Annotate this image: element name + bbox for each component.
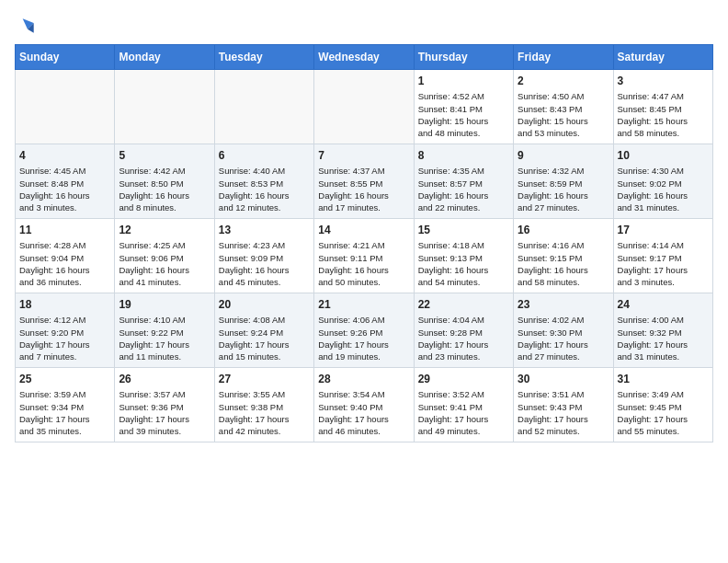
day-info: and 50 minutes. xyxy=(318,276,409,288)
day-info: Daylight: 17 hours xyxy=(618,264,709,276)
day-number: 9 xyxy=(518,148,609,164)
day-info: and 49 minutes. xyxy=(418,425,509,437)
day-info: Sunrise: 4:14 AM xyxy=(618,239,709,251)
day-number: 2 xyxy=(518,74,609,89)
day-info: Daylight: 16 hours xyxy=(618,190,709,201)
day-info: Daylight: 17 hours xyxy=(119,339,210,350)
day-info: and 42 minutes. xyxy=(219,425,310,437)
day-info: Sunset: 9:11 PM xyxy=(318,252,409,264)
day-number: 23 xyxy=(518,297,609,313)
day-info: and 12 minutes. xyxy=(219,201,310,213)
day-number: 21 xyxy=(318,297,409,313)
day-info: Sunset: 9:43 PM xyxy=(518,401,609,413)
calendar-cell: 3Sunrise: 4:47 AMSunset: 8:45 PMDaylight… xyxy=(613,69,712,144)
day-info: Daylight: 17 hours xyxy=(618,339,709,350)
day-info: Sunrise: 3:54 AM xyxy=(318,388,409,400)
day-info: and 22 minutes. xyxy=(418,201,509,213)
day-number: 10 xyxy=(618,148,709,164)
day-info: and 31 minutes. xyxy=(618,201,709,213)
day-info: Daylight: 17 hours xyxy=(219,413,310,425)
day-info: Sunset: 9:41 PM xyxy=(418,401,509,413)
day-info: Sunset: 9:28 PM xyxy=(418,327,509,339)
day-info: and 3 minutes. xyxy=(618,276,709,288)
day-info: Daylight: 17 hours xyxy=(19,339,110,350)
day-info: Daylight: 15 hours xyxy=(418,115,509,127)
calendar-cell: 8Sunrise: 4:35 AMSunset: 8:57 PMDaylight… xyxy=(414,144,513,218)
day-info: Sunset: 8:57 PM xyxy=(418,178,509,190)
day-number: 18 xyxy=(19,297,110,313)
week-row-3: 11Sunrise: 4:28 AMSunset: 9:04 PMDayligh… xyxy=(16,218,713,293)
calendar-cell: 12Sunrise: 4:25 AMSunset: 9:06 PMDayligh… xyxy=(115,218,214,293)
calendar-cell: 17Sunrise: 4:14 AMSunset: 9:17 PMDayligh… xyxy=(613,218,712,293)
day-info: and 46 minutes. xyxy=(318,425,409,437)
calendar-cell: 10Sunrise: 4:30 AMSunset: 9:02 PMDayligh… xyxy=(613,144,712,218)
day-info: Sunrise: 4:25 AM xyxy=(119,239,210,251)
day-info: and 48 minutes. xyxy=(418,127,509,139)
day-number: 6 xyxy=(219,148,310,164)
calendar-cell: 11Sunrise: 4:28 AMSunset: 9:04 PMDayligh… xyxy=(16,218,115,293)
day-info: Sunset: 8:55 PM xyxy=(318,178,409,190)
day-info: Sunset: 9:24 PM xyxy=(219,327,310,339)
header-friday: Friday xyxy=(514,44,613,69)
calendar-table: SundayMondayTuesdayWednesdayThursdayFrid… xyxy=(15,44,713,442)
day-info: and 23 minutes. xyxy=(418,350,509,362)
day-info: Sunrise: 3:52 AM xyxy=(418,388,509,400)
day-info: Daylight: 17 hours xyxy=(318,339,409,350)
day-info: and 8 minutes. xyxy=(119,201,210,213)
day-number: 26 xyxy=(119,372,210,387)
day-info: Sunset: 9:45 PM xyxy=(618,401,709,413)
header-thursday: Thursday xyxy=(414,44,513,69)
calendar-cell: 2Sunrise: 4:50 AMSunset: 8:43 PMDaylight… xyxy=(514,69,613,144)
header-tuesday: Tuesday xyxy=(214,44,313,69)
day-info: and 3 minutes. xyxy=(19,201,110,213)
day-info: Sunrise: 4:18 AM xyxy=(418,239,509,251)
calendar-cell: 16Sunrise: 4:16 AMSunset: 9:15 PMDayligh… xyxy=(514,218,613,293)
calendar-cell: 20Sunrise: 4:08 AMSunset: 9:24 PMDayligh… xyxy=(214,293,313,367)
calendar-cell: 6Sunrise: 4:40 AMSunset: 8:53 PMDaylight… xyxy=(214,144,313,218)
day-info: Sunset: 9:17 PM xyxy=(618,252,709,264)
page-header xyxy=(15,15,713,35)
day-number: 4 xyxy=(19,148,110,164)
day-info: Sunrise: 4:42 AM xyxy=(119,165,210,177)
day-info: Sunset: 9:34 PM xyxy=(19,401,110,413)
day-info: and 15 minutes. xyxy=(219,350,310,362)
calendar-header-row: SundayMondayTuesdayWednesdayThursdayFrid… xyxy=(16,44,713,69)
calendar-cell: 21Sunrise: 4:06 AMSunset: 9:26 PMDayligh… xyxy=(314,293,414,367)
day-info: and 27 minutes. xyxy=(518,201,609,213)
day-info: and 58 minutes. xyxy=(618,127,709,139)
day-number: 24 xyxy=(618,297,709,313)
calendar-cell: 7Sunrise: 4:37 AMSunset: 8:55 PMDaylight… xyxy=(314,144,414,218)
day-info: Sunset: 9:04 PM xyxy=(19,252,110,264)
day-number: 25 xyxy=(19,372,110,387)
day-info: and 36 minutes. xyxy=(19,276,110,288)
day-info: Sunrise: 3:57 AM xyxy=(119,388,210,400)
day-number: 16 xyxy=(518,223,609,238)
header-sunday: Sunday xyxy=(16,44,115,69)
day-info: Daylight: 16 hours xyxy=(518,264,609,276)
day-info: Sunset: 9:13 PM xyxy=(418,252,509,264)
day-info: Daylight: 16 hours xyxy=(219,264,310,276)
day-info: and 53 minutes. xyxy=(518,127,609,139)
day-info: Sunrise: 4:12 AM xyxy=(19,314,110,326)
day-info: Sunrise: 4:35 AM xyxy=(418,165,509,177)
calendar-cell: 27Sunrise: 3:55 AMSunset: 9:38 PMDayligh… xyxy=(214,367,313,442)
day-info: and 41 minutes. xyxy=(119,276,210,288)
header-wednesday: Wednesday xyxy=(314,44,414,69)
day-info: Sunset: 8:41 PM xyxy=(418,103,509,115)
day-info: Sunrise: 4:32 AM xyxy=(518,165,609,177)
day-info: Sunrise: 4:04 AM xyxy=(418,314,509,326)
day-info: Daylight: 16 hours xyxy=(418,190,509,201)
day-info: Daylight: 17 hours xyxy=(219,339,310,350)
calendar-cell xyxy=(115,69,214,144)
day-info: Sunset: 8:50 PM xyxy=(119,178,210,190)
day-number: 28 xyxy=(318,372,409,387)
day-info: Sunset: 8:45 PM xyxy=(618,103,709,115)
day-info: Sunset: 8:59 PM xyxy=(518,178,609,190)
calendar-cell: 1Sunrise: 4:52 AMSunset: 8:41 PMDaylight… xyxy=(414,69,513,144)
day-info: and 52 minutes. xyxy=(518,425,609,437)
week-row-4: 18Sunrise: 4:12 AMSunset: 9:20 PMDayligh… xyxy=(16,293,713,367)
day-info: Daylight: 17 hours xyxy=(418,413,509,425)
calendar-cell: 18Sunrise: 4:12 AMSunset: 9:20 PMDayligh… xyxy=(16,293,115,367)
day-info: and 27 minutes. xyxy=(518,350,609,362)
day-info: Sunrise: 3:49 AM xyxy=(618,388,709,400)
